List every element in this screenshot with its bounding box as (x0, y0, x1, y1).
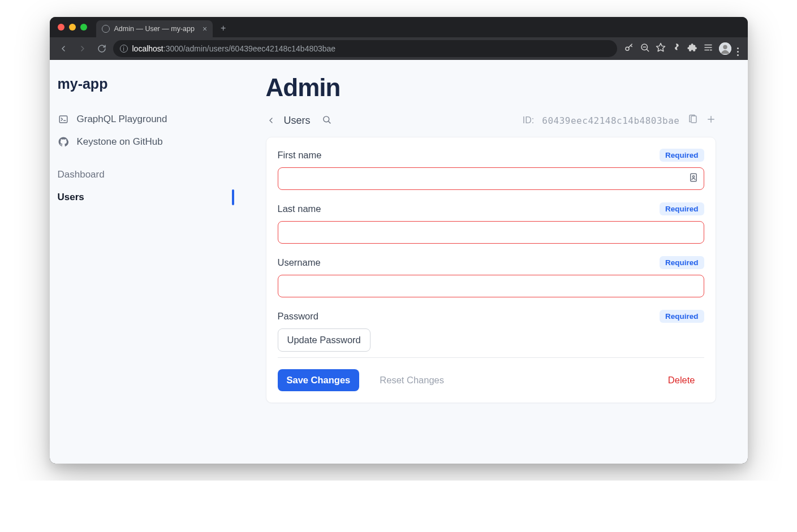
window-close-icon[interactable] (58, 24, 64, 31)
first-name-input[interactable] (278, 167, 704, 190)
header-bar: Users ID: 60439eec42148c14b4803bae (266, 114, 716, 127)
key-icon[interactable] (624, 42, 634, 55)
bookmark-star-icon[interactable] (656, 42, 666, 55)
sidebar-link-label: GraphQL Playground (77, 114, 167, 125)
sidebar-link-github[interactable]: Keystone on GitHub (58, 131, 226, 153)
reset-button[interactable]: Reset Changes (371, 369, 453, 391)
tab-close-icon[interactable]: × (203, 24, 207, 33)
save-button[interactable]: Save Changes (278, 369, 360, 391)
required-badge: Required (660, 149, 704, 162)
field-first-name: First name Required (278, 149, 704, 190)
svg-point-10 (723, 45, 727, 49)
new-tab-button[interactable]: + (221, 23, 226, 33)
brand[interactable]: my-app (50, 76, 234, 108)
site-info-icon[interactable]: i (120, 45, 128, 53)
form-card: First name Required Last name Required (266, 137, 716, 403)
browser-window: Admin — User — my-app × + i localhost:30… (50, 17, 748, 464)
svg-point-19 (692, 176, 694, 178)
browser-toolbar: i localhost:3000/admin/users/60439eec421… (50, 37, 748, 60)
breadcrumb[interactable]: Users (284, 115, 311, 127)
add-icon[interactable] (706, 114, 716, 127)
field-last-name: Last name Required (278, 202, 704, 244)
main-content: Admin Users ID: 60439eec42148c14b4803bae (234, 60, 748, 464)
browser-menu-icon[interactable] (737, 41, 739, 56)
svg-line-2 (647, 49, 648, 51)
svg-point-13 (323, 116, 329, 122)
svg-line-14 (328, 121, 330, 123)
required-badge: Required (660, 202, 704, 215)
svg-rect-15 (691, 116, 696, 123)
record-id: ID: 60439eec42148c14b4803bae (523, 114, 716, 127)
github-icon (58, 136, 69, 148)
required-badge: Required (660, 310, 704, 323)
last-name-input[interactable] (278, 221, 704, 244)
id-value: 60439eec42148c14b4803bae (542, 115, 679, 126)
window-controls (58, 24, 87, 31)
sidebar-link-graphql[interactable]: GraphQL Playground (58, 108, 226, 131)
sidebar-item-users[interactable]: Users (50, 186, 234, 209)
terminal-icon (58, 114, 69, 125)
breadcrumb-back-icon[interactable] (266, 115, 276, 126)
extension-icon-1[interactable] (671, 42, 682, 55)
window-maximize-icon[interactable] (80, 24, 87, 31)
extensions-icon[interactable] (687, 42, 697, 55)
browser-tab[interactable]: Admin — User — my-app × (96, 20, 213, 37)
page-title: Admin (266, 73, 716, 102)
back-button[interactable] (55, 41, 71, 57)
divider (278, 357, 704, 358)
field-label: Username (278, 257, 321, 268)
profile-avatar[interactable] (719, 42, 731, 55)
field-label: First name (278, 150, 322, 161)
browser-titlebar: Admin — User — my-app × + (50, 17, 748, 37)
toolbar-right-icons (621, 41, 742, 56)
search-icon[interactable] (322, 115, 331, 127)
form-actions: Save Changes Reset Changes Delete (278, 369, 704, 391)
sidebar: my-app GraphQL Playground Keystone on Gi… (50, 60, 234, 464)
window-minimize-icon[interactable] (69, 24, 76, 31)
username-input[interactable] (278, 275, 704, 297)
field-password: Password Required Update Password (278, 310, 704, 352)
required-badge: Required (660, 256, 704, 269)
contact-card-icon[interactable] (688, 172, 699, 185)
zoom-icon[interactable] (640, 42, 650, 55)
svg-marker-4 (656, 44, 665, 51)
reload-button[interactable] (94, 41, 110, 57)
delete-button[interactable]: Delete (659, 369, 704, 391)
update-password-button[interactable]: Update Password (278, 328, 371, 352)
id-label: ID: (523, 115, 534, 126)
forward-button[interactable] (75, 41, 91, 57)
svg-rect-11 (59, 116, 67, 123)
sidebar-item-dashboard[interactable]: Dashboard (50, 163, 234, 186)
app-root: my-app GraphQL Playground Keystone on Gi… (50, 60, 748, 464)
field-username: Username Required (278, 256, 704, 297)
copy-icon[interactable] (688, 114, 698, 127)
field-label: Last name (278, 204, 321, 214)
sidebar-link-label: Keystone on GitHub (77, 136, 163, 148)
playlist-icon[interactable] (703, 42, 713, 55)
svg-marker-8 (710, 49, 712, 51)
field-label: Password (278, 311, 318, 322)
globe-icon (102, 25, 110, 33)
address-bar[interactable]: i localhost:3000/admin/users/60439eec421… (113, 40, 617, 57)
tab-title: Admin — User — my-app (114, 25, 195, 33)
url-host: localhost (132, 44, 163, 53)
url-path: :3000/admin/users/60439eec42148c14b4803b… (163, 44, 335, 53)
